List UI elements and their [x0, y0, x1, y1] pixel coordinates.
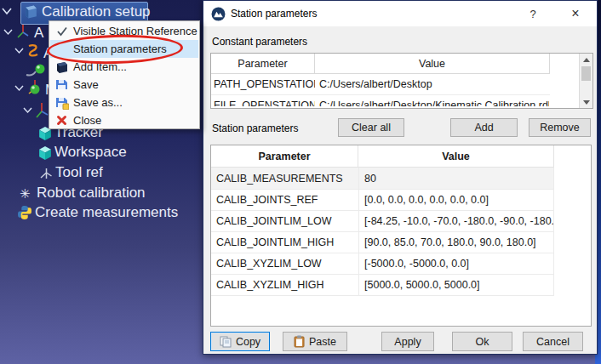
- mechanism-icon: [26, 79, 44, 97]
- column-header-parameter[interactable]: Parameter: [211, 145, 358, 168]
- tool-icon: [26, 43, 41, 58]
- context-menu: Visible Station Reference Station parame…: [49, 20, 200, 129]
- measure-ball-icon: [25, 62, 49, 78]
- table-row-clipped[interactable]: FILE_OPENSTATION C:/Users/albert/Desktop…: [211, 95, 550, 106]
- chevron-down-icon[interactable]: [14, 48, 24, 54]
- add-item-icon: [50, 60, 73, 75]
- cancel-button[interactable]: Cancel: [523, 332, 583, 351]
- tool-frame-icon: [39, 167, 54, 180]
- value-cell: 80: [359, 168, 554, 189]
- column-header-parameter[interactable]: Parameter: [211, 54, 315, 74]
- tree-item-label[interactable]: A: [34, 25, 43, 42]
- value-cell: [5000.0, 5000.0, 5000.0]: [359, 274, 554, 295]
- scroll-up-icon[interactable]: [580, 54, 592, 65]
- constant-parameters-label: Constant parameters: [212, 36, 307, 48]
- python-icon: [17, 205, 32, 220]
- ok-button[interactable]: Ok: [452, 332, 512, 351]
- close-icon: [50, 115, 73, 126]
- save-icon: [50, 78, 73, 91]
- chevron-down-icon[interactable]: [2, 8, 12, 15]
- param-cell: FILE_OPENSTATION: [211, 100, 315, 106]
- station-parameters-label: Station parameters: [212, 122, 298, 134]
- tree-item-create-measurements[interactable]: Create measurements: [35, 204, 178, 221]
- app-window: Calibration setup A A M Tracker Workspac…: [0, 0, 601, 364]
- scroll-down-icon[interactable]: [580, 96, 592, 108]
- column-header-value[interactable]: Value: [315, 54, 550, 74]
- value-cell: C:/Users/albert/Desktop/Kinematic Calibr…: [315, 100, 549, 106]
- vertical-scrollbar[interactable]: [579, 54, 592, 108]
- menu-item-label: Save as...: [73, 96, 123, 109]
- paste-button-label: Paste: [309, 336, 336, 348]
- value-cell: [-84.25, -10.0, -70.0, -180.0, -90.0, -1…: [359, 210, 554, 231]
- value-cell: [90.0, 85.0, 70.0, 180.0, 90.0, 180.0]: [359, 231, 554, 253]
- param-cell: CALIB_JOINTLIM_HIGH: [211, 231, 359, 253]
- menu-item-save-as[interactable]: Save as...: [50, 94, 198, 111]
- close-button[interactable]: ×: [561, 1, 590, 26]
- value-cell: [-5000.0, -5000.0, 0.0]: [359, 253, 554, 274]
- cube-icon: [37, 145, 53, 161]
- constant-parameters-table[interactable]: Parameter Value PATH_OPENSTATION C:/User…: [210, 53, 593, 109]
- menu-item-close[interactable]: Close: [50, 111, 198, 129]
- menu-item-label: Save: [73, 78, 99, 91]
- station-parameters-table[interactable]: Parameter Value CALIB_MEASUREMENTS 80 CA…: [210, 145, 592, 327]
- menu-item-label: Add Item...: [73, 60, 127, 73]
- param-cell: CALIB_XYZLIM_LOW: [211, 253, 359, 274]
- tree-item-tool-ref[interactable]: Tool ref: [55, 164, 103, 181]
- value-cell: C:/Users/albert/Desktop: [315, 78, 432, 90]
- param-cell: CALIB_JOINTS_REF: [211, 189, 359, 210]
- copy-icon: [220, 336, 232, 348]
- target-icon: ✳: [20, 186, 31, 202]
- table-row[interactable]: CALIB_JOINTLIM_HIGH [90.0, 85.0, 70.0, 1…: [211, 231, 554, 253]
- param-cell: PATH_OPENSTATION: [211, 78, 315, 90]
- copy-button-label: Copy: [236, 336, 260, 348]
- station-parameters-dialog: Station parameters ? × Constant paramete…: [203, 0, 598, 355]
- chevron-down-icon[interactable]: [23, 107, 32, 114]
- paste-icon: [294, 335, 305, 348]
- frame-icon: [34, 101, 49, 120]
- clear-all-button[interactable]: Clear all: [338, 118, 404, 137]
- table-row[interactable]: CALIB_XYZLIM_HIGH [5000.0, 5000.0, 5000.…: [211, 274, 554, 296]
- param-cell: CALIB_JOINTLIM_LOW: [211, 210, 359, 231]
- chevron-down-icon[interactable]: [14, 85, 24, 92]
- param-cell: CALIB_MEASUREMENTS: [211, 168, 359, 189]
- remove-button[interactable]: Remove: [529, 118, 591, 137]
- table-row[interactable]: CALIB_XYZLIM_LOW [-5000.0, -5000.0, 0.0]: [211, 253, 554, 275]
- tree-item-robot-calibration[interactable]: Robot calibration: [37, 185, 146, 202]
- help-button[interactable]: ?: [518, 1, 547, 26]
- paste-button[interactable]: Paste: [283, 332, 347, 351]
- apply-button[interactable]: Apply: [381, 332, 434, 351]
- tree-item-workspace[interactable]: Workspace: [54, 144, 127, 161]
- menu-item-station-parameters[interactable]: Station parameters: [50, 40, 198, 58]
- param-cell: CALIB_XYZLIM_HIGH: [211, 274, 359, 295]
- menu-item-add-item[interactable]: Add Item...: [50, 58, 198, 76]
- tree-item-label[interactable]: Calibration setup: [42, 3, 151, 20]
- column-header-value[interactable]: Value: [358, 145, 554, 168]
- menu-item-label: Visible Station Reference: [73, 25, 197, 37]
- table-row[interactable]: CALIB_MEASUREMENTS 80: [211, 168, 554, 190]
- save-as-icon: [50, 96, 73, 110]
- dialog-titlebar[interactable]: Station parameters ? ×: [203, 1, 597, 26]
- copy-button[interactable]: Copy: [210, 332, 270, 351]
- menu-item-visible-station-reference[interactable]: Visible Station Reference: [50, 22, 198, 40]
- table-row[interactable]: CALIB_JOINTLIM_LOW [-84.25, -10.0, -70.0…: [211, 210, 554, 232]
- chevron-down-icon[interactable]: [3, 29, 13, 36]
- check-icon: [50, 26, 73, 37]
- table-row[interactable]: CALIB_JOINTS_REF [0.0, 0.0, 0.0, 0.0, 0.…: [211, 189, 554, 211]
- frame-icon: [15, 23, 31, 40]
- menu-item-label: Close: [73, 114, 101, 127]
- dialog-title: Station parameters: [231, 8, 317, 20]
- robodk-logo-icon: [211, 7, 226, 21]
- menu-item-save[interactable]: Save: [50, 76, 198, 94]
- table-row[interactable]: PATH_OPENSTATION C:/Users/albert/Desktop: [211, 74, 550, 95]
- value-cell: [0.0, 0.0, 0.0, 0.0, 0.0, 0.0]: [359, 189, 554, 210]
- scrollbar-thumb[interactable]: [581, 66, 591, 81]
- station-icon: [23, 3, 39, 20]
- add-button[interactable]: Add: [450, 118, 518, 137]
- menu-item-label: Station parameters: [73, 43, 167, 55]
